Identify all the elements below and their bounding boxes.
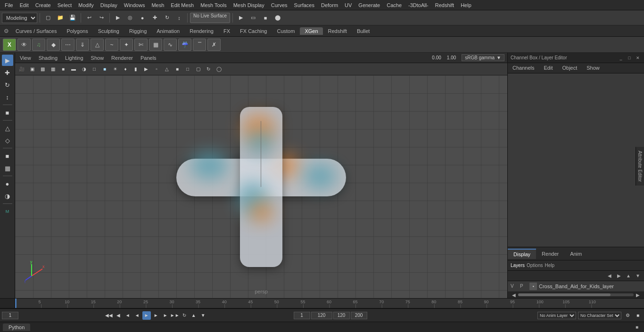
- status-command-input[interactable]: [30, 325, 633, 330]
- show-menu[interactable]: Show: [89, 54, 106, 62]
- vt-snap-icon[interactable]: ■: [58, 65, 68, 74]
- help-sub-tab[interactable]: Help: [545, 263, 554, 268]
- undo-icon[interactable]: ↩: [83, 12, 95, 24]
- layer-playback[interactable]: P: [520, 283, 528, 289]
- vt-refresh-icon[interactable]: ↻: [204, 65, 213, 74]
- shading-menu[interactable]: Shading: [37, 54, 59, 62]
- layers-sub-tab[interactable]: Layers: [511, 263, 525, 268]
- snap-tool-btn[interactable]: ■: [2, 107, 13, 118]
- xray-btn[interactable]: ◑: [2, 190, 13, 202]
- python-tab[interactable]: Python: [3, 324, 30, 331]
- display-icon[interactable]: ⬤: [272, 12, 283, 24]
- vt-xray-icon[interactable]: ◑: [79, 65, 89, 74]
- renderer-menu[interactable]: Renderer: [109, 54, 135, 62]
- display-tab[interactable]: Display: [508, 249, 536, 259]
- show-tab[interactable]: Show: [582, 63, 604, 73]
- channel-box-minimize[interactable]: _: [618, 55, 624, 61]
- menu-surfaces[interactable]: Surfaces: [291, 1, 317, 9]
- menu-mesh[interactable]: Mesh: [149, 1, 167, 9]
- menu-display[interactable]: Display: [98, 1, 120, 9]
- character-set-select[interactable]: No Character Set: [578, 312, 621, 319]
- open-file-icon[interactable]: 📁: [55, 12, 66, 24]
- anim-tab[interactable]: Anim: [564, 249, 587, 259]
- xgen-select-btn[interactable]: △: [91, 39, 104, 51]
- ws-tab-curves-surfaces[interactable]: Curves / Surfaces: [11, 27, 61, 35]
- menu-deform[interactable]: Deform: [318, 1, 341, 9]
- max-frame-input[interactable]: [351, 312, 367, 319]
- xgen-feather-btn[interactable]: ◆: [47, 39, 60, 51]
- vt-grid-icon[interactable]: ▦: [48, 65, 58, 74]
- xgen-visibility-btn[interactable]: 👁: [17, 39, 31, 51]
- menu-mesh-tools[interactable]: Mesh Tools: [198, 1, 229, 9]
- edit-tab[interactable]: Edit: [539, 63, 557, 73]
- vt-cam-btn[interactable]: 🎥: [17, 65, 26, 74]
- channels-tab[interactable]: Channels: [508, 63, 539, 73]
- menu-windows[interactable]: Windows: [121, 1, 148, 9]
- soft-select-btn[interactable]: △: [2, 122, 13, 134]
- menu-file[interactable]: File: [2, 1, 16, 9]
- menu-mesh-display[interactable]: Mesh Display: [231, 1, 267, 9]
- isolate-btn[interactable]: ■: [2, 150, 13, 162]
- xgen-star-btn[interactable]: ✦: [120, 39, 133, 51]
- next-key-btn[interactable]: ►: [152, 311, 160, 320]
- key-down-btn[interactable]: ▼: [199, 311, 207, 320]
- object-tab[interactable]: Object: [557, 63, 582, 73]
- menu-select[interactable]: Select: [55, 1, 75, 9]
- paint-icon[interactable]: ●: [137, 12, 148, 24]
- vt-film-btn[interactable]: ▣: [27, 65, 37, 74]
- ws-tab-bullet[interactable]: Bullet: [352, 27, 375, 35]
- xgen-scissors-btn[interactable]: ✄: [134, 39, 148, 51]
- xgen-curve-btn[interactable]: ∿: [164, 39, 177, 51]
- go-to-end-btn[interactable]: ►►: [171, 311, 179, 320]
- xgen-x-btn[interactable]: X: [3, 39, 16, 51]
- menu-3dtoall[interactable]: -3DtoAll-: [405, 1, 431, 9]
- xgen-arrow-btn[interactable]: ⇓: [76, 39, 89, 51]
- scale-tool-btn[interactable]: ↕: [2, 91, 13, 103]
- ws-tab-fx-caching[interactable]: FX Caching: [235, 27, 272, 35]
- vt-light-icon[interactable]: ☀: [110, 65, 120, 74]
- symmetry-btn[interactable]: ◇: [2, 135, 13, 146]
- ws-tab-custom[interactable]: Custom: [272, 27, 300, 35]
- layer-item[interactable]: V P ▪ Cross_Band_Aid_for_Kids_layer: [508, 281, 644, 292]
- menu-curves[interactable]: Curves: [268, 1, 290, 9]
- move-icon[interactable]: ✚: [149, 12, 160, 24]
- render-icon[interactable]: ▶: [235, 12, 247, 24]
- xgen-wave-btn[interactable]: ~: [105, 39, 118, 51]
- step-forward-btn[interactable]: ►: [161, 311, 170, 320]
- vt-sel-icon[interactable]: ▢: [193, 65, 203, 74]
- workspace-select[interactable]: Modeling: [2, 13, 37, 23]
- options-sub-tab[interactable]: Options: [527, 263, 543, 268]
- layer-remove-btn[interactable]: ▶: [615, 272, 623, 280]
- xgen-dots-btn[interactable]: ⋯: [61, 39, 74, 51]
- channel-box-expand[interactable]: □: [626, 55, 633, 61]
- menu-edit-mesh[interactable]: Edit Mesh: [168, 1, 197, 9]
- no-live-surface-button[interactable]: No Live Surface: [190, 13, 230, 23]
- timeline-ruler[interactable]: [15, 299, 644, 308]
- maya-logo-btn[interactable]: M: [2, 206, 13, 217]
- grid-btn[interactable]: ▦: [2, 162, 13, 174]
- view-menu[interactable]: View: [18, 54, 33, 62]
- vt-ms-icon[interactable]: ▫: [152, 65, 161, 74]
- ws-tab-polygons[interactable]: Polygons: [62, 27, 92, 35]
- vt-tex-icon[interactable]: ♦: [121, 65, 130, 74]
- play-back-btn[interactable]: ◄: [133, 311, 141, 320]
- range-start-input[interactable]: [294, 312, 310, 319]
- menu-generate[interactable]: Generate: [355, 1, 383, 9]
- ws-tab-fx[interactable]: FX: [219, 27, 235, 35]
- ws-tab-rigging[interactable]: Rigging: [124, 27, 151, 35]
- key-up-btn[interactable]: ▲: [190, 311, 198, 320]
- menu-redshift[interactable]: Redshift: [432, 1, 457, 9]
- ws-tab-rendering[interactable]: Rendering: [185, 27, 218, 35]
- scroll-left-btn[interactable]: ◀: [510, 291, 518, 299]
- ws-tab-sculpting[interactable]: Sculpting: [93, 27, 124, 35]
- xgen-grid-btn[interactable]: ▦: [149, 39, 162, 51]
- go-to-start-btn[interactable]: ◀◀: [105, 311, 113, 320]
- layer-add-btn[interactable]: ◀: [605, 272, 614, 280]
- ws-tab-xgen[interactable]: XGen: [300, 27, 322, 35]
- workspace-gear-icon[interactable]: ⚙: [2, 27, 10, 35]
- select-tool-btn[interactable]: ▶: [2, 55, 13, 66]
- scale-icon[interactable]: ↕: [173, 12, 185, 24]
- xgen-paint-btn[interactable]: ☔: [178, 39, 191, 51]
- scroll-right-btn[interactable]: ▶: [634, 291, 642, 299]
- status-settings-btn[interactable]: ■: [633, 323, 641, 332]
